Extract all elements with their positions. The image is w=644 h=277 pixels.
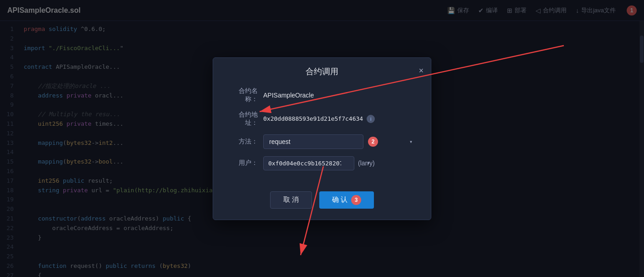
contract-invoke-modal: 合约调用 × 合约名称： APISampleOracle 合约地址： 0x20d…	[213, 57, 431, 220]
user-name-label: (larry)	[358, 159, 375, 167]
cancel-button[interactable]: 取 消	[270, 191, 312, 209]
contract-address-value: 0x20dd0888593e91d21e5f7c4634	[263, 115, 363, 122]
confirm-button[interactable]: 确 认 3	[319, 191, 374, 209]
modal-header: 合约调用 ×	[213, 58, 431, 83]
method-label: 方法：	[227, 138, 263, 146]
contract-address-container: 0x20dd0888593e91d21e5f7c4634 i	[263, 115, 375, 123]
user-select-wrapper: 0xf0d04e0cc9b16528207027f1c ▾ (larry)	[263, 156, 375, 170]
info-icon[interactable]: i	[367, 115, 375, 123]
modal-overlay: 合约调用 × 合约名称： APISampleOracle 合约地址： 0x20d…	[0, 0, 644, 277]
user-label: 用户：	[227, 159, 263, 167]
contract-address-label: 合约地址：	[227, 111, 263, 127]
modal-footer: 取 消 确 认 3	[213, 187, 431, 220]
modal-body: 合约名称： APISampleOracle 合约地址： 0x20dd088859…	[213, 83, 431, 187]
user-select[interactable]: 0xf0d04e0cc9b16528207027f1c	[263, 156, 354, 170]
contract-name-label: 合约名称：	[227, 87, 263, 103]
badge-3: 3	[351, 195, 361, 205]
contract-name-row: 合约名称： APISampleOracle	[227, 87, 417, 103]
modal-close-button[interactable]: ×	[419, 67, 424, 75]
contract-name-value: APISampleOracle	[263, 92, 314, 99]
user-row: 用户： 0xf0d04e0cc9b16528207027f1c ▾ (larry…	[227, 156, 417, 170]
method-row: 方法： request ▾ 2	[227, 134, 417, 149]
badge-2: 2	[368, 137, 378, 147]
modal-title: 合约调用	[306, 66, 338, 77]
method-select-arrow: ▾	[409, 138, 413, 145]
method-select-wrapper: request ▾ 2	[263, 134, 417, 149]
method-select[interactable]: request	[263, 134, 363, 149]
contract-address-row: 合约地址： 0x20dd0888593e91d21e5f7c4634 i	[227, 111, 417, 127]
confirm-label: 确 认	[332, 195, 348, 204]
